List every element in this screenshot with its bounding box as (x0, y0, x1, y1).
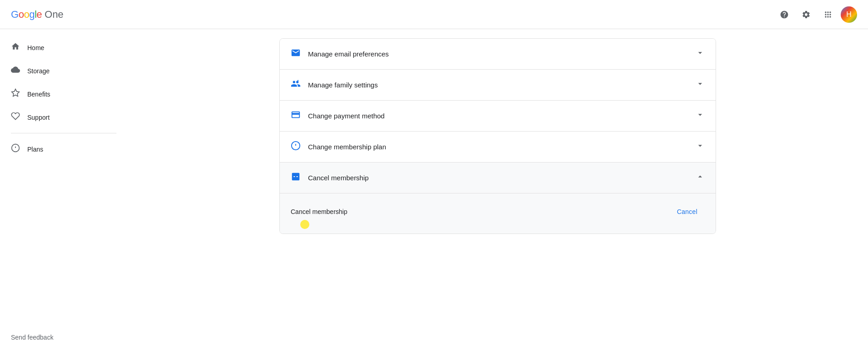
cancel-icon (291, 172, 301, 184)
help-button[interactable] (775, 5, 793, 24)
sidebar-item-storage-label: Storage (27, 67, 50, 75)
accordion-header-email-prefs[interactable]: Manage email preferences (280, 39, 716, 69)
accordion-content-cancel-membership: Cancel membership Cancel (280, 193, 716, 234)
accordion-chevron-email-prefs (696, 48, 705, 60)
accordion-chevron-membership-plan (696, 141, 705, 153)
sidebar-item-plans[interactable]: Plans (0, 138, 120, 160)
sidebar-item-home[interactable]: Home (0, 36, 120, 59)
sidebar-item-support-label: Support (27, 114, 50, 121)
payment-icon (291, 110, 301, 122)
accordion-item-membership-plan: Change membership plan (280, 132, 716, 163)
main-layout: Home Storage Benefits Support (0, 29, 868, 356)
info-icon (11, 143, 20, 155)
email-icon (291, 48, 301, 60)
accordion-label-membership-plan: Change membership plan (308, 143, 688, 151)
accordion-label-family-settings: Manage family settings (308, 81, 688, 89)
cancel-content: Cancel membership Cancel (291, 201, 705, 223)
accordion-item-email-prefs: Manage email preferences (280, 39, 716, 70)
apps-button[interactable] (819, 5, 837, 24)
sidebar-item-support[interactable]: Support (0, 106, 120, 128)
accordion-label-email-prefs: Manage email preferences (308, 50, 688, 58)
star-icon (11, 88, 20, 100)
cancel-button[interactable]: Cancel (670, 204, 705, 219)
accordion-item-payment-method: Change payment method (280, 101, 716, 132)
heart-icon (11, 112, 20, 123)
accordion-chevron-cancel-membership (696, 172, 705, 183)
sidebar-nav: Home Storage Benefits Support (0, 36, 127, 160)
accordion-item-family-settings: Manage family settings (280, 70, 716, 101)
sidebar-item-storage[interactable]: Storage (0, 60, 120, 82)
send-feedback-link[interactable]: Send feedback (11, 334, 53, 341)
one-wordmark: One (45, 9, 64, 20)
home-icon (11, 42, 20, 53)
accordion-header-family-settings[interactable]: Manage family settings (280, 70, 716, 100)
avatar[interactable]: H (841, 6, 857, 23)
accordion-chevron-family-settings (696, 79, 705, 91)
cancel-membership-text: Cancel membership (291, 208, 348, 215)
accordion-item-cancel-membership: Cancel membership Cancel membership Canc… (280, 163, 716, 234)
app-header: Google One H (0, 0, 868, 29)
sidebar-item-benefits-label: Benefits (27, 91, 50, 98)
accordion-header-payment-method[interactable]: Change payment method (280, 101, 716, 131)
cloud-icon (11, 65, 20, 76)
accordion-header-membership-plan[interactable]: Change membership plan (280, 132, 716, 162)
main-content: Manage email preferences Manage family s… (127, 29, 868, 356)
google-wordmark: Google (11, 9, 42, 20)
sidebar-divider (11, 133, 116, 133)
sidebar-item-plans-label: Plans (27, 146, 43, 153)
accordion-header-cancel-membership[interactable]: Cancel membership (280, 163, 716, 193)
sidebar-item-benefits[interactable]: Benefits (0, 83, 120, 105)
logo: Google One (11, 9, 64, 20)
membership-plan-icon (291, 141, 301, 153)
settings-button[interactable] (797, 5, 815, 24)
accordion-label-payment-method: Change payment method (308, 112, 688, 120)
accordion-chevron-payment-method (696, 110, 705, 122)
sidebar-item-home-label: Home (27, 44, 44, 51)
family-icon (291, 79, 301, 91)
header-actions: H (775, 5, 857, 24)
sidebar-bottom: Send feedback (0, 326, 127, 349)
settings-accordion: Manage email preferences Manage family s… (279, 38, 716, 234)
accordion-label-cancel-membership: Cancel membership (308, 174, 688, 182)
sidebar: Home Storage Benefits Support (0, 29, 127, 356)
